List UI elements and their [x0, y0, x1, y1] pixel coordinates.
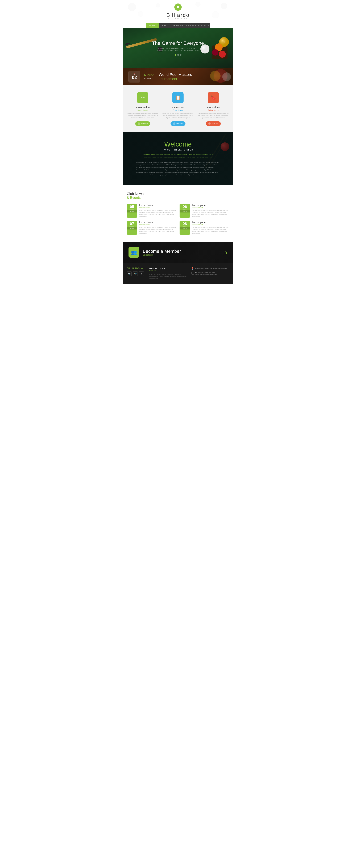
hero-content: The Game for Everyone MES CUML DIA SED I…	[123, 28, 233, 68]
news-day-1: 05	[129, 205, 135, 209]
reservation-btn-icon: ●	[138, 122, 140, 125]
news-date-4: 08 AUGUST 2015	[180, 221, 190, 235]
footer-contact-text: Lorem cum bit nerc in lacus et tincidunt…	[149, 273, 187, 280]
service-reservation: ✏ Reservation Dolore Ipsum Lorem cum bit…	[126, 92, 159, 126]
promotions-btn[interactable]: ● More Info	[206, 121, 221, 126]
services-section: ✏ Reservation Dolore Ipsum Lorem cum bit…	[123, 85, 233, 132]
tournament-calendar: 📅 02	[128, 71, 140, 83]
tournament-title: World Pool Masters	[159, 72, 192, 77]
news-item-4: 08 AUGUST 2015 Lorem Ipsum DOLORE IPSUM …	[180, 221, 229, 235]
tournament-subtitle: Tournament	[159, 77, 192, 81]
news-tag-2: DOLORE IPSUM	[192, 207, 229, 209]
hero-title: The Game for Everyone	[152, 40, 204, 46]
nav-item-about[interactable]: ABOUT	[159, 23, 172, 28]
promotions-desc: Lorem cum bit nerc in lacus et tincidunt…	[197, 113, 230, 119]
footer-address-text: Lorem Ipsum Dolor Sit Amet Consectetur A…	[195, 267, 227, 270]
news-year-1: 2015	[127, 210, 137, 213]
welcome-content: Welcome TO OUR BILLIARD CLUB MES CUML DI…	[128, 141, 228, 176]
footer-contact-subtitle: WITH US	[149, 270, 187, 272]
news-month-4: AUGUST	[182, 226, 187, 227]
member-arrow[interactable]: ›	[225, 248, 228, 256]
member-icon-box: 👥	[128, 247, 139, 258]
calendar-icon-top: 📅	[134, 73, 135, 75]
welcome-title: Welcome	[128, 141, 228, 148]
tournament-date-info: August 23:00PM	[144, 73, 153, 80]
calendar-day: 02	[132, 75, 137, 80]
dot-3[interactable]	[180, 54, 181, 56]
news-content-4: Lorem Ipsum DOLORE IPSUM Lorem cum bit n…	[192, 221, 229, 235]
site-title: Billiardo	[123, 12, 233, 18]
main-nav: HOME ABOUT SERVICES SCHEDULE CONTACTS	[123, 23, 233, 28]
logo-circle: 8	[174, 3, 182, 11]
tournament-banner: 📅 02 August 23:00PM World Pool Masters T…	[123, 68, 233, 85]
nav-item-schedule[interactable]: SCHEDULE	[184, 23, 197, 28]
promotions-btn-icon: ●	[208, 122, 211, 125]
hero-subtitle: MES CUML DIA SED IN LACUS EMAICET INGENT…	[157, 48, 199, 52]
news-text-2: Lorem cum bit nerc in lacus et tincidunt…	[192, 209, 229, 218]
footer-email: E-MAIL: INFO@BIDEMOLINE.ORG	[195, 274, 217, 275]
footer-contact-title: GET IN TOUCH	[149, 267, 187, 270]
news-item-1: 05 AUGUST 2015 Lorem Ipsum DOLORE IPSUM …	[127, 204, 176, 218]
news-item-3: 07 AUGUST 2015 Lorem Ipsum DOLORE IPSUM …	[127, 221, 176, 235]
news-content-2: Lorem Ipsum DOLORE IPSUM Lorem cum bit n…	[192, 204, 229, 218]
footer-contact: GET IN TOUCH WITH US Lorem cum bit nerc …	[149, 267, 187, 280]
phone-icon: 📞	[191, 272, 194, 275]
member-title: Become a Member	[143, 249, 222, 254]
instruction-name: Instruction	[161, 106, 195, 109]
instruction-btn-icon: ●	[173, 122, 175, 125]
news-day-4: 08	[182, 222, 187, 226]
news-day-2: 06	[182, 205, 187, 209]
dot-1[interactable]	[175, 54, 176, 56]
news-tag-1: DOLORE IPSUM	[139, 207, 176, 209]
twitter-btn[interactable]: 🐦	[133, 271, 138, 276]
footer-address: 📍 Lorem Ipsum Dolor Sit Amet Consectetur…	[191, 267, 229, 275]
site-subtitle: BILLIARD CLUB	[123, 18, 233, 20]
news-year-2: 2015	[180, 210, 190, 213]
dot-2[interactable]	[177, 54, 179, 56]
footer-brand: BILLIARDO — 📷 🐦 f	[127, 267, 146, 278]
hero-dots	[175, 54, 181, 56]
footer: BILLIARDO — 📷 🐦 f GET IN TOUCH WITH US L…	[123, 263, 233, 284]
footer-phone-row: 📞 TELEPHONE: +1 806 603 4625 E-MAIL: INF…	[191, 272, 229, 275]
promotions-tag: Dolore Ipsum	[197, 110, 230, 111]
nav-item-home[interactable]: HOME	[146, 23, 159, 28]
tournament-time: 23:00PM	[144, 77, 153, 80]
svg-point-5	[196, 2, 200, 7]
welcome-subtitle: TO OUR BILLIARD CLUB	[128, 149, 228, 151]
promotions-name: Promotions	[197, 106, 230, 109]
instruction-btn[interactable]: ● More Info	[171, 121, 185, 126]
news-year-4: 2015	[180, 227, 190, 229]
svg-point-1	[221, 3, 227, 9]
news-month-2: AUGUST	[182, 209, 187, 210]
news-title-2: Lorem Ipsum	[192, 204, 229, 207]
news-section: Club News & Events 05 AUGUST 2015 Lorem …	[123, 185, 233, 242]
member-content: 👥 Become a Member Dolore Ipsum ›	[128, 247, 228, 258]
facebook-btn[interactable]: f	[139, 271, 144, 276]
instruction-desc: Lorem cum bit nerc in lacus et tincidunt…	[161, 113, 195, 119]
welcome-accent: MES CUML DIA SED INENAISNGE DOLOR IPSUM …	[142, 153, 214, 158]
hero-section: 1 The Game for Everyone MES CUML DIA SED…	[123, 28, 233, 68]
news-title-1: Lorem Ipsum	[139, 204, 176, 207]
member-section: 👥 Become a Member Dolore Ipsum ›	[123, 242, 233, 263]
news-tag-3: DOLORE IPSUM	[139, 224, 176, 225]
reservation-tag: Dolore Ipsum	[126, 110, 159, 111]
news-year-3: 2015	[127, 227, 137, 229]
news-tag-4: DOLORE IPSUM	[192, 224, 229, 225]
news-text-3: Lorem cum bit nerc in lacus et tincidunt…	[139, 226, 176, 235]
footer-address-row: 📍 Lorem Ipsum Dolor Sit Amet Consectetur…	[191, 267, 229, 270]
news-content-1: Lorem Ipsum DOLORE IPSUM Lorem cum bit n…	[139, 204, 176, 218]
instruction-icon: 📋	[172, 92, 183, 103]
instagram-btn[interactable]: 📷	[127, 271, 131, 276]
news-text-4: Lorem cum bit nerc in lacus et tincidunt…	[192, 226, 229, 235]
news-text-1: Lorem cum bit nerc in lacus et tincidunt…	[139, 209, 176, 218]
reservation-name: Reservation	[126, 106, 159, 109]
svg-point-0	[128, 3, 136, 11]
news-title-4: Lorem Ipsum	[192, 221, 229, 224]
nav-item-services[interactable]: SERVICES	[172, 23, 184, 28]
member-text: Become a Member Dolore Ipsum	[143, 249, 222, 256]
location-icon: 📍	[191, 267, 194, 270]
news-day-3: 07	[129, 222, 135, 226]
reservation-btn[interactable]: ● More Info	[135, 121, 150, 126]
nav-item-contacts[interactable]: CONTACTS	[197, 23, 210, 28]
news-item-2: 06 AUGUST 2015 Lorem Ipsum DOLORE IPSUM …	[180, 204, 229, 218]
